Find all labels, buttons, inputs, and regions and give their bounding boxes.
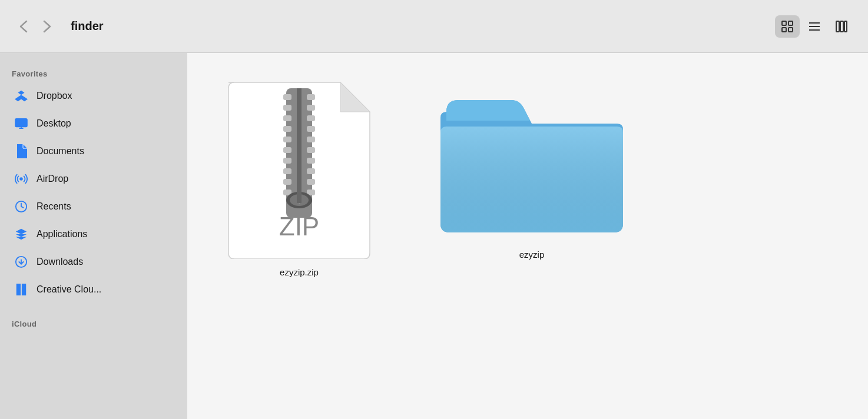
svg-rect-28: [283, 137, 291, 142]
sidebar-item-airdrop[interactable]: AirDrop: [5, 165, 183, 192]
svg-rect-25: [307, 115, 315, 121]
sidebar-item-dropbox[interactable]: Dropbox: [5, 82, 183, 109]
sidebar: Favorites Dropbox Desktop: [0, 53, 187, 419]
svg-rect-20: [283, 94, 291, 100]
svg-point-14: [19, 177, 23, 181]
list-view-button[interactable]: [802, 15, 827, 38]
grid-view-button[interactable]: [775, 15, 800, 38]
file-item-folder[interactable]: ezyzip: [435, 77, 629, 260]
sidebar-item-documents[interactable]: Documents: [5, 138, 183, 165]
svg-rect-29: [307, 137, 315, 142]
svg-rect-21: [307, 94, 315, 100]
main-layout: Favorites Dropbox Desktop: [0, 53, 868, 419]
sidebar-item-label-applications: Applications: [37, 229, 87, 240]
desktop-icon: [13, 115, 29, 132]
dropbox-icon: [13, 88, 29, 104]
sidebar-item-label-airdrop: AirDrop: [37, 174, 68, 184]
svg-rect-24: [283, 115, 291, 121]
svg-rect-7: [836, 21, 839, 32]
svg-rect-0: [782, 21, 786, 25]
sidebar-item-creative-cloud[interactable]: Creative Clou...: [5, 276, 183, 303]
nav-buttons: [14, 17, 57, 36]
svg-rect-33: [307, 158, 315, 164]
svg-rect-36: [283, 179, 291, 185]
forward-button[interactable]: [38, 17, 57, 36]
svg-rect-9: [844, 21, 847, 32]
svg-rect-30: [283, 147, 291, 153]
zip-file-name: ezyzip.zip: [280, 267, 319, 277]
svg-rect-35: [307, 168, 315, 174]
back-button[interactable]: [14, 17, 33, 36]
sidebar-item-label-documents: Documents: [37, 146, 84, 157]
svg-rect-1: [789, 21, 793, 25]
sidebar-item-desktop[interactable]: Desktop: [5, 110, 183, 137]
favorites-label: Favorites: [0, 65, 187, 82]
svg-rect-27: [307, 126, 315, 132]
creative-cloud-icon: [13, 281, 29, 298]
sidebar-item-label-recents: Recents: [37, 201, 71, 212]
airdrop-icon: [13, 171, 29, 187]
file-item-zip[interactable]: ZIP: [223, 77, 376, 277]
svg-rect-34: [283, 168, 291, 174]
downloads-icon: [13, 254, 29, 270]
icloud-label: iCloud: [0, 315, 187, 332]
sidebar-item-label-downloads: Downloads: [37, 257, 83, 267]
column-view-button[interactable]: [829, 15, 854, 38]
svg-rect-8: [840, 21, 843, 32]
view-controls: [775, 15, 854, 38]
svg-rect-43: [297, 88, 302, 203]
sidebar-item-recents[interactable]: Recents: [5, 193, 183, 220]
svg-rect-3: [789, 28, 793, 32]
zip-file-icon: ZIP: [223, 77, 376, 259]
content-area: ZIP: [187, 53, 868, 419]
sidebar-item-downloads[interactable]: Downloads: [5, 248, 183, 275]
applications-icon: [13, 226, 29, 242]
svg-rect-22: [283, 105, 291, 111]
window-title: finder: [71, 19, 775, 33]
svg-rect-26: [283, 126, 291, 132]
svg-rect-10: [15, 119, 27, 127]
svg-rect-31: [307, 147, 315, 153]
recents-icon: [13, 198, 29, 215]
sidebar-item-label-dropbox: Dropbox: [37, 91, 72, 101]
svg-rect-2: [782, 28, 786, 32]
sidebar-item-label-creative-cloud: Creative Clou...: [37, 284, 101, 295]
svg-rect-37: [307, 179, 315, 185]
svg-rect-23: [307, 105, 315, 111]
svg-rect-32: [283, 158, 291, 164]
folder-icon: [435, 77, 629, 241]
titlebar: finder: [0, 0, 868, 53]
folder-name: ezyzip: [519, 250, 545, 260]
sidebar-item-applications[interactable]: Applications: [5, 221, 183, 248]
documents-icon: [13, 143, 29, 159]
sidebar-item-label-desktop: Desktop: [37, 118, 71, 129]
